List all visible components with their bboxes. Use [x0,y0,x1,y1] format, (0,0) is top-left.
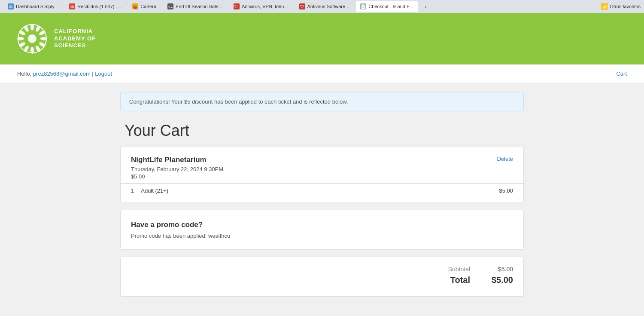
svg-point-1 [30,24,34,31]
svg-point-13 [28,34,36,43]
tab-more-button[interactable]: › [421,1,431,12]
promo-title: Have a promo code? [131,221,513,229]
tab-dashboard[interactable]: ✉ Dashboard Simply... [3,1,62,12]
item-price-label: $5.00 [131,173,223,180]
favorites-label: Otros favoritos [610,4,641,9]
tab-checkout-icon: 📄 [360,3,366,9]
tab-endofseason[interactable]: CL End Of Season Sale... [163,1,227,12]
tab-antivirus1[interactable]: 🛡 Antivirus, VPN, Iden... [229,1,292,12]
hello-prefix: Hello, [17,71,33,77]
tab-antivirus1-icon: 🛡 [234,3,240,9]
tab-cartera-label: Cartera [140,4,156,9]
tab-antivirus2-icon: 🛡 [299,3,305,9]
subtotal-amount: $5.00 [487,266,513,273]
tab-endofseason-label: End Of Season Sale... [176,4,222,9]
totals-section: Subtotal $5.00 Total $5.00 [120,257,524,297]
subtotal-label: Subtotal [436,266,470,273]
svg-point-10 [17,37,24,40]
item-row: 1 Adult (21+) $5.00 [121,184,523,202]
tab-cartera-icon: 👜 [132,3,138,9]
tab-endofseason-icon: CL [167,3,173,9]
total-row: Total $5.00 [131,275,513,285]
logo-line3: SCIENCES [54,42,96,49]
tab-dashboard-icon: ✉ [8,3,14,9]
logout-link[interactable]: Logout [95,71,112,77]
page-wrapper: CALIFORNIA ACADEMY OF SCIENCES Hello, pr… [0,13,644,316]
total-label: Total [436,275,470,285]
discount-alert-banner: Congratulations! Your $5 discount has be… [120,92,524,111]
tab-checkout[interactable]: 📄 Checkout - Island E... [356,1,418,12]
item-info: NightLife Planetarium Thursday, February… [131,156,223,180]
item-row-left: 1 Adult (21+) [131,187,168,194]
tab-recibidos-label: Recibidos (1.547) -... [77,4,121,9]
discount-alert-text: Congratulations! Your $5 discount has be… [129,98,348,105]
item-ticket-type: Adult (21+) [141,187,168,194]
favorites-area: 📁 Otros favoritos [601,3,641,10]
logo-area: CALIFORNIA ACADEMY OF SCIENCES [17,24,96,54]
cart-heading: Your Cart [120,122,524,140]
cas-logo-icon [17,24,47,54]
item-date: Thursday, February 22, 2024 9:30PM [131,166,223,172]
subtotal-row: Subtotal $5.00 [131,266,513,273]
tab-recibidos-icon: ✉ [69,3,75,9]
svg-point-7 [30,47,34,54]
item-name: NightLife Planetarium [131,156,223,164]
site-header: CALIFORNIA ACADEMY OF SCIENCES [0,13,644,64]
tab-antivirus2-label: Antivirus Software... [307,4,349,9]
tab-antivirus2[interactable]: 🛡 Antivirus Software... [295,1,354,12]
logo-line1: CALIFORNIA [54,28,96,35]
nav-user-info: Hello, prez82568@gmail.com | Logout [17,71,112,77]
browser-tab-bar: ✉ Dashboard Simply... ✉ Recibidos (1.547… [0,0,644,13]
tab-cartera[interactable]: 👜 Cartera [128,1,161,12]
nav-bar: Hello, prez82568@gmail.com | Logout Cart [0,64,644,83]
item-quantity: 1 [131,187,134,194]
tab-antivirus1-label: Antivirus, VPN, Iden... [242,4,288,9]
item-ticket-total: $5.00 [499,187,513,194]
tab-dashboard-label: Dashboard Simply... [16,4,58,9]
delete-button[interactable]: Delete [497,156,513,162]
tab-recibidos[interactable]: ✉ Recibidos (1.547) -... [65,1,125,12]
logo-line2: ACADEMY OF [54,35,96,43]
svg-point-4 [40,37,47,40]
tab-checkout-label: Checkout - Island E... [368,4,413,9]
site-logo-text: CALIFORNIA ACADEMY OF SCIENCES [54,28,96,50]
total-amount: $5.00 [487,275,513,285]
cart-link[interactable]: Cart [616,71,627,77]
promo-applied-text: Promo code has been applied: wealthcu [131,233,513,239]
favorites-icon: 📁 [601,3,608,10]
promo-section: Have a promo code? Promo code has been a… [120,210,524,250]
user-email-link[interactable]: prez82568@gmail.com [33,71,91,77]
cart-item-box: NightLife Planetarium Thursday, February… [120,147,524,203]
main-content: Congratulations! Your $5 discount has be… [120,83,524,314]
item-header: NightLife Planetarium Thursday, February… [121,147,523,183]
